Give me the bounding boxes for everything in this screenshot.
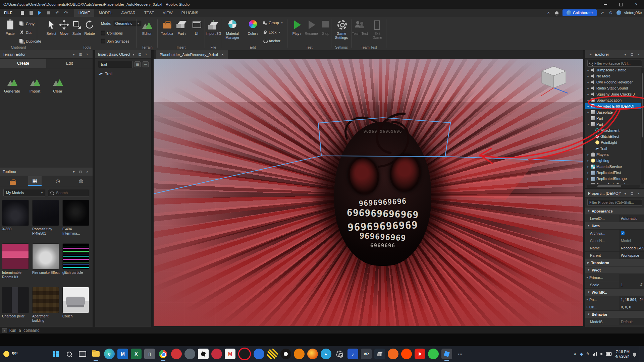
insert-object-search-input[interactable] — [100, 62, 130, 67]
explorer-item-owl-hooting[interactable]: ▸Owl Hooting Reverber — [585, 79, 641, 85]
collaborate-button[interactable]: Collaborate — [562, 9, 597, 16]
explorer-vertical-scrollbar[interactable] — [641, 68, 644, 184]
close-icon[interactable]: × — [636, 53, 641, 56]
import-3d-button[interactable]: ↓ Import 3D — [204, 19, 223, 36]
insert-view-toggle-icon[interactable]: ▦ — [135, 61, 141, 67]
section-transform[interactable]: ▶Transform — [585, 259, 644, 266]
section-worldpivot[interactable]: ▼WorldP... — [585, 288, 644, 296]
copy-button[interactable]: Copy — [19, 21, 35, 26]
explorer-item-replicatedstorage[interactable]: ▸ReplicatedStorage — [585, 176, 641, 182]
clock[interactable]: 7:18 PM 4/7/2024 — [615, 349, 630, 359]
user-avatar[interactable] — [616, 10, 621, 15]
explorer-item-materialservice[interactable]: ▸MaterialService — [585, 164, 641, 170]
pen-icon[interactable]: ✎ — [586, 352, 590, 356]
section-data[interactable]: ▼Data — [585, 222, 644, 229]
toolbox-tab-marketplace[interactable] — [5, 177, 18, 185]
explorer-item-serverscriptservice[interactable]: ▸ServerScriptService — [585, 182, 641, 184]
toolbox-model-apartment-building[interactable]: Apartment building — [32, 287, 60, 327]
terrain-clear-button[interactable]: Clear — [47, 76, 68, 93]
pin-icon[interactable]: ⊡ — [629, 53, 635, 56]
maximize-button[interactable] — [613, 0, 629, 9]
property-row-primarypart[interactable]: ▸Primar... — [585, 274, 644, 281]
youtube-icon[interactable] — [415, 349, 425, 359]
chevron-down-icon[interactable]: ▾ — [131, 53, 136, 56]
terrain-tab-create[interactable]: Create — [0, 59, 46, 68]
command-bar[interactable]: › Run a command — [0, 327, 644, 334]
toolbox-model-interminable-rooms-kit[interactable]: Interminable Rooms Kit — [2, 243, 30, 286]
explorer-item-baseplate[interactable]: ▸Baseplate — [585, 109, 641, 115]
show-desktop-button[interactable] — [640, 346, 641, 362]
property-row-scale[interactable]: Scale1↺ — [585, 281, 644, 288]
section-pivot[interactable]: ▼Pivot — [585, 266, 644, 274]
blender-icon[interactable] — [294, 349, 305, 359]
blue-app-icon[interactable] — [254, 349, 264, 359]
terrain-import-button[interactable]: Import — [24, 76, 46, 93]
opera-icon[interactable] — [238, 348, 251, 360]
search-button[interactable] — [64, 349, 74, 359]
minimize-button[interactable] — [598, 0, 613, 9]
telegram-icon[interactable]: ▸ — [321, 349, 331, 359]
pin-icon[interactable]: ⊡ — [629, 192, 635, 195]
toolbox-search[interactable] — [48, 189, 89, 196]
settings-icon[interactable] — [334, 349, 345, 359]
lock-button[interactable]: Lock▾ — [263, 30, 280, 34]
tab-plugins[interactable]: PLUGINS — [177, 9, 203, 17]
task-view-button[interactable] — [77, 349, 88, 359]
tab-home[interactable]: HOME — [74, 9, 95, 17]
edge-browser-icon[interactable]: e — [104, 349, 115, 359]
collapse-ribbon-icon[interactable]: ∧ — [546, 10, 551, 15]
game-settings-button[interactable]: Game Settings — [332, 19, 351, 40]
undo-icon[interactable]: ↶ — [55, 10, 60, 15]
tab-avatar[interactable]: AVATAR — [117, 9, 140, 17]
toolbox-model-roomskit[interactable]: RoomsKit by Pl4te501 — [32, 200, 60, 242]
start-button[interactable] — [50, 349, 61, 359]
property-row-name[interactable]: NameRecoded E-69 [ — [585, 244, 644, 251]
menu-icon[interactable]: ≡ — [588, 53, 593, 56]
chat-grey-app-icon[interactable] — [184, 349, 195, 359]
notification-bell-icon[interactable] — [633, 353, 636, 356]
chevron-down-icon[interactable]: ▾ — [71, 170, 76, 174]
explorer-item-squishy-bone-cracks[interactable]: ▸Squishy Bone Cracks 3 — [585, 91, 641, 97]
explorer-item-recoded-e-69-demo[interactable]: ▸Recoded E-69 [DEMO] — [585, 103, 641, 109]
gmail-icon[interactable]: M — [225, 349, 235, 359]
quick-play-icon[interactable] — [37, 10, 43, 15]
network-icon[interactable] — [593, 352, 597, 356]
explorer-filter-input[interactable]: Filter workspace (Ctrl... — [587, 60, 642, 67]
save-icon[interactable] — [20, 10, 25, 15]
toolbox-tab-recent[interactable]: ◷ — [51, 177, 65, 185]
link-icon[interactable]: ⊕ — [608, 10, 613, 15]
paste-button[interactable]: Paste — [1, 19, 19, 36]
color-button[interactable]: Color▾ — [244, 19, 262, 36]
chevron-down-icon[interactable]: ▾ — [623, 192, 628, 195]
3d-viewport[interactable]: 96969696969696 9696969696 696969696969 9… — [154, 59, 583, 326]
explorer-item-attachment[interactable]: Attachment — [585, 127, 641, 133]
chevron-down-icon[interactable]: ▾ — [71, 53, 76, 56]
file-explorer-icon[interactable] — [91, 349, 101, 359]
close-icon[interactable]: × — [144, 53, 149, 56]
explorer-item-pointlight[interactable]: PointLight — [585, 139, 641, 145]
toolbox-model-x-350[interactable]: X-350 — [2, 200, 30, 242]
tab-model[interactable]: MODEL — [94, 9, 117, 17]
close-button[interactable]: × — [629, 0, 644, 9]
property-row-classname[interactable]: ClassN...Model — [585, 237, 644, 244]
share-icon[interactable]: ↗ — [600, 10, 605, 15]
checkbox-checked-icon[interactable]: ✓ — [621, 231, 625, 235]
toolbox-tab-creations[interactable]: ◍ — [74, 177, 88, 185]
property-row-archivable[interactable]: Archiva...✓ — [585, 229, 644, 237]
pin-icon[interactable]: ⊡ — [137, 53, 142, 56]
close-icon[interactable]: × — [221, 52, 224, 57]
toolbox-model-charcoal-pillar[interactable]: Charcoal pillar — [2, 287, 30, 327]
battery-icon[interactable] — [606, 352, 612, 356]
username[interactable]: victorg06e — [624, 11, 642, 15]
explorer-item-glitcheffect[interactable]: GlitchEffect — [585, 133, 641, 139]
orange-chat-app-icon[interactable] — [388, 349, 398, 359]
property-row-orientation[interactable]: ▸Ori...0, 0, 0 — [585, 303, 644, 310]
terrain-tab-edit[interactable]: Edit — [46, 59, 93, 68]
redo-icon[interactable]: ↷ — [63, 10, 69, 15]
explorer-item-lighting[interactable]: ▸Lighting — [585, 158, 641, 164]
bee-app-icon[interactable] — [267, 349, 278, 359]
mail-app-icon[interactable]: M — [117, 349, 128, 359]
rotate-tool-button[interactable]: Rotate — [80, 19, 99, 36]
berry-app-icon[interactable] — [211, 349, 222, 359]
explorer-item-trail[interactable]: Trail — [585, 145, 641, 152]
